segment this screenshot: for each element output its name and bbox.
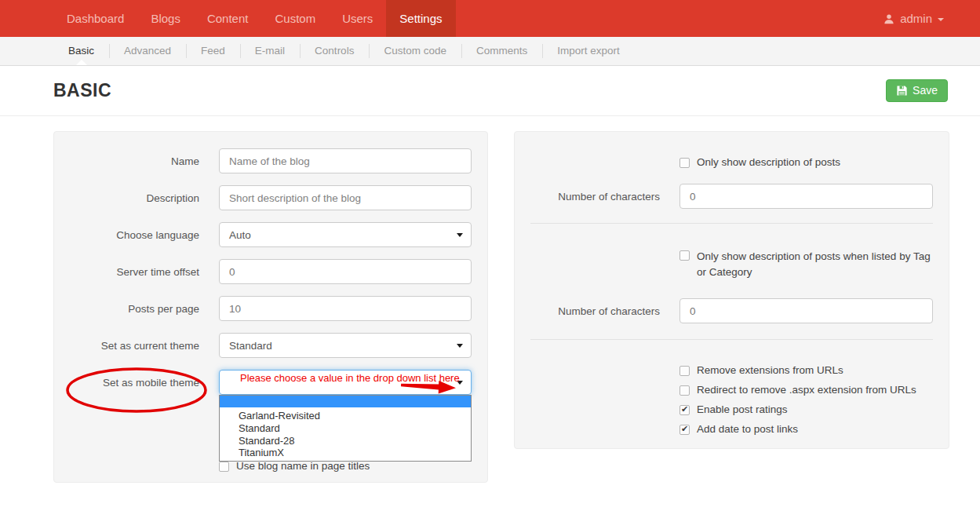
red-circle-annotation xyxy=(65,367,208,414)
only-description-checkbox[interactable] xyxy=(679,158,690,168)
description-input[interactable] xyxy=(219,185,472,210)
dropdown-option-standard[interactable]: Standard xyxy=(220,422,471,435)
subnav-item-advanced[interactable]: Advanced xyxy=(109,37,186,65)
choose-value-annotation: Please choose a value in the drop down l… xyxy=(240,372,460,384)
dropdown-option-garland-revisited[interactable]: Garland-Revisited xyxy=(220,410,471,422)
nav-item-settings[interactable]: Settings xyxy=(386,0,455,37)
top-nav: Dashboard Blogs Content Custom Users Set… xyxy=(0,0,980,37)
check-row-add-date: Add date to post links xyxy=(679,423,933,435)
current-theme-select-value: Standard xyxy=(229,340,272,352)
only-description-tag-label: Only show description of posts when list… xyxy=(697,249,933,280)
posts-per-page-label: Posts per page xyxy=(70,303,199,315)
only-description-tag-checkbox[interactable] xyxy=(679,250,690,261)
check-row-enable-ratings: Enable post ratings xyxy=(679,403,933,415)
form-row-current-theme: Set as current theme Standard xyxy=(70,333,472,358)
save-floppy-icon xyxy=(896,85,908,97)
use-blog-name-label: Use blog name in page titles xyxy=(236,460,370,472)
nav-item-blogs[interactable]: Blogs xyxy=(137,0,194,37)
name-label: Name xyxy=(70,155,199,167)
current-theme-label: Set as current theme xyxy=(70,340,199,352)
enable-ratings-checkbox[interactable] xyxy=(679,405,690,415)
name-input[interactable] xyxy=(219,148,472,173)
check-row-only-description: Only show description of posts xyxy=(679,156,933,168)
num-characters-input-1[interactable] xyxy=(679,184,933,209)
description-label: Description xyxy=(70,192,199,204)
subnav-item-feed[interactable]: Feed xyxy=(186,37,240,65)
user-menu[interactable]: admin xyxy=(883,0,944,37)
nav-item-dashboard[interactable]: Dashboard xyxy=(53,0,137,37)
subnav-item-controls[interactable]: Controls xyxy=(300,37,369,65)
mobile-theme-select[interactable]: Please choose a value in the drop down l… xyxy=(219,370,472,395)
dropdown-option-standard-28[interactable]: Standard-28 xyxy=(220,435,471,447)
form-row-num-characters-2: Number of characters xyxy=(530,298,933,323)
language-select-value: Auto xyxy=(229,229,251,241)
subnav-item-custom-code[interactable]: Custom code xyxy=(369,37,461,65)
settings-content: Name Description Choose language Auto Se… xyxy=(0,116,980,483)
user-icon xyxy=(883,13,894,24)
current-theme-select[interactable]: Standard xyxy=(219,333,472,358)
remove-extensions-checkbox[interactable] xyxy=(679,366,690,376)
num-characters-label-1: Number of characters xyxy=(530,191,660,203)
redirect-aspx-checkbox[interactable] xyxy=(679,385,690,396)
settings-subnav: Basic Advanced Feed E-mail Controls Cust… xyxy=(0,37,980,66)
mobile-theme-dropdown-list: Garland-Revisited Standard Standard-28 T… xyxy=(219,395,472,462)
mobile-theme-label: Set as mobile theme xyxy=(70,377,199,389)
top-nav-list: Dashboard Blogs Content Custom Users Set… xyxy=(0,0,456,37)
caret-down-icon xyxy=(938,18,944,21)
nav-item-content[interactable]: Content xyxy=(194,0,262,37)
save-button[interactable]: Save xyxy=(886,79,948,102)
check-row-remove-extensions: Remove extensions from URLs xyxy=(679,364,933,376)
url-and-post-options-group: Remove extensions from URLs Redirect to … xyxy=(530,364,933,435)
time-offset-label: Server time offset xyxy=(70,266,199,278)
subnav-item-comments[interactable]: Comments xyxy=(461,37,542,65)
form-row-posts-per-page: Posts per page xyxy=(70,296,472,321)
check-row-use-blog-name: Use blog name in page titles xyxy=(219,460,472,472)
subnav-item-import-export[interactable]: Import export xyxy=(542,37,635,65)
dropdown-option-empty-highlighted[interactable] xyxy=(220,396,471,407)
subnav-item-basic[interactable]: Basic xyxy=(53,37,109,65)
redirect-aspx-label: Redirect to remove .aspx extension from … xyxy=(697,384,916,396)
posts-per-page-input[interactable] xyxy=(219,296,472,321)
nav-item-users[interactable]: Users xyxy=(329,0,386,37)
dropdown-option-titaniumx[interactable]: TitaniumX xyxy=(220,447,471,459)
page-header: BASIC Save xyxy=(0,66,980,116)
section-divider xyxy=(530,223,933,224)
section-divider xyxy=(530,339,933,340)
form-row-name: Name xyxy=(70,148,472,173)
check-row-only-description-tag: Only show description of posts when list… xyxy=(679,249,933,280)
select-caret-icon xyxy=(457,344,463,348)
form-row-time-offset: Server time offset xyxy=(70,259,472,284)
blog-basic-panel: Name Description Choose language Auto Se… xyxy=(53,131,488,483)
subnav-list: Basic Advanced Feed E-mail Controls Cust… xyxy=(0,37,980,65)
add-date-label: Add date to post links xyxy=(697,423,798,435)
num-characters-label-2: Number of characters xyxy=(530,305,660,317)
use-blog-name-checkbox[interactable] xyxy=(219,462,229,472)
subnav-item-email[interactable]: E-mail xyxy=(240,37,300,65)
check-row-redirect-aspx: Redirect to remove .aspx extension from … xyxy=(679,384,933,396)
form-row-description: Description xyxy=(70,185,472,210)
select-caret-icon xyxy=(457,233,463,237)
save-button-label: Save xyxy=(913,84,938,97)
remove-extensions-label: Remove extensions from URLs xyxy=(697,364,843,376)
form-row-mobile-theme: Set as mobile theme Please choose a valu… xyxy=(70,370,472,395)
enable-ratings-label: Enable post ratings xyxy=(697,403,788,415)
nav-item-custom[interactable]: Custom xyxy=(261,0,329,37)
add-date-checkbox[interactable] xyxy=(679,425,690,435)
time-offset-input[interactable] xyxy=(219,259,472,284)
form-row-num-characters-1: Number of characters xyxy=(530,184,933,209)
language-select[interactable]: Auto xyxy=(219,222,472,247)
only-description-label: Only show description of posts xyxy=(697,156,840,168)
num-characters-input-2[interactable] xyxy=(679,298,933,323)
user-name: admin xyxy=(900,12,932,25)
form-row-language: Choose language Auto xyxy=(70,222,472,247)
language-label: Choose language xyxy=(70,229,199,241)
page-title: BASIC xyxy=(53,80,111,101)
post-options-panel: Only show description of posts Number of… xyxy=(514,131,949,449)
